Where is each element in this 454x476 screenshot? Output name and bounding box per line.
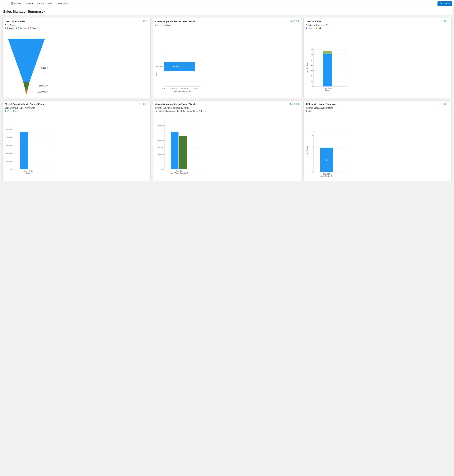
- svg-text:0: 0: [312, 172, 312, 173]
- legend-label: Won: [7, 110, 10, 112]
- export-card-icon[interactable]: [143, 20, 145, 23]
- svg-text:$200,000.00: $200,000.00: [38, 91, 47, 93]
- chart-legend: ◄ Sum (Est. revenue) ($) Sum (Actual Rev…: [155, 110, 299, 112]
- export-card-icon[interactable]: [444, 103, 446, 106]
- card-header: Closed Opportunities in Current Fiscal..…: [155, 103, 299, 106]
- svg-text:200,000.00: 200,000.00: [170, 87, 177, 89]
- chart-area: 0 10 20 30 40 50 60 70 Kenny Smith Owner…: [306, 31, 449, 96]
- refresh-card-icon[interactable]: ↻: [440, 103, 442, 106]
- back-button[interactable]: ←: [2, 2, 7, 6]
- chart-subtitle: Sales Pipeline: [5, 24, 148, 26]
- legend-item: High: [316, 27, 321, 29]
- toolbar: ← Save As + New ▾ ✓ Set As Default ↻ Ref…: [0, 0, 454, 8]
- legend-label: 1-Qualify: [7, 27, 14, 29]
- page-title: Sales Manager Summary: [3, 10, 43, 14]
- refresh-label: Refresh All: [58, 2, 68, 5]
- chart-subtitle: Sales Leaderboard: [155, 24, 299, 26]
- refresh-card-icon[interactable]: ↻: [290, 20, 292, 23]
- chart-subtitle: Deals Won vs. Deals Lost By Owner: [5, 107, 148, 109]
- svg-text:Kenny Smith: Kenny Smith: [155, 65, 163, 67]
- svg-text:400,000.00: 400,000.00: [158, 140, 164, 141]
- card-title: All leads in current fiscal year: [306, 103, 336, 105]
- export-card-icon[interactable]: [293, 20, 295, 23]
- scrollbar[interactable]: [453, 8, 454, 183]
- expand-card-icon[interactable]: [447, 103, 449, 106]
- card-actions: ↻: [440, 103, 449, 106]
- new-chevron-icon: ▾: [32, 3, 33, 5]
- svg-text:2: 2: [326, 159, 327, 161]
- svg-text:Mar 2025: Mar 2025: [323, 173, 330, 175]
- card-actions: ↻: [440, 20, 449, 23]
- chart-subtitle: Incoming Lead Analysis by Month: [306, 107, 449, 109]
- card-actions: ↻: [290, 103, 299, 106]
- legend-dot: [306, 27, 307, 29]
- card-header: Closed Opportunities in Current Fiscal..…: [155, 20, 299, 23]
- svg-text:2: 2: [312, 147, 312, 148]
- svg-text:0.00: 0.00: [162, 87, 165, 89]
- svg-text:20: 20: [311, 75, 312, 77]
- svg-rect-54: [323, 54, 332, 86]
- share-chevron-icon: ▾: [449, 3, 450, 5]
- svg-text:3: 3: [312, 134, 312, 136]
- expand-card-icon[interactable]: [146, 103, 148, 106]
- leads-chart: 0 1 2 3 2 Mar 2025 Month (Created On) Co…: [306, 129, 349, 179]
- svg-rect-77: [29, 169, 36, 169]
- refresh-card-icon[interactable]: ↻: [440, 20, 442, 23]
- legend-item: Sum (Actual Revenue) ($): [181, 110, 203, 112]
- chart-area: 0 1 2 3 2 Mar 2025 Month (Created On) Co…: [306, 113, 449, 179]
- svg-text:CountAll (Lead): CountAll (Lead): [306, 146, 308, 156]
- legend-dot: [306, 110, 307, 112]
- card-header: Open Opportunities ↻: [5, 20, 148, 23]
- svg-text:$200,000.00: $200,000.00: [39, 85, 48, 87]
- svg-text:CountAll (Subject): CountAll (Subject): [306, 62, 308, 74]
- expand-card-icon[interactable]: [447, 20, 449, 23]
- svg-text:60: 60: [311, 54, 312, 55]
- card-title: Open Activities: [306, 20, 321, 23]
- chart-card-open-activities: Open Activities ↻ Activities by Owner an…: [303, 18, 452, 98]
- export-card-icon[interactable]: [444, 20, 446, 23]
- svg-rect-76: [20, 132, 28, 169]
- funnel-chart: $1,102,475.00 $200,000.00 $200,000.00: [5, 37, 48, 96]
- refresh-button[interactable]: ↻ Refresh All: [54, 2, 69, 6]
- legend-item: Sum (Est. revenue) ($): [159, 110, 179, 112]
- card-title: Closed Opportunities in Current Fiscal..…: [5, 103, 46, 105]
- hbar-chart: $468,950.00 Kenny Smith 0.00 200,000.00 …: [155, 49, 202, 96]
- export-card-icon[interactable]: [293, 103, 295, 106]
- chart-area: 0.00 100,000.00 200,000.00 300,000.00 40…: [5, 113, 148, 179]
- legend-label: Sum (Actual Revenue) ($): [183, 110, 203, 112]
- svg-text:$1,102,475.00: $1,102,475.00: [41, 67, 48, 69]
- legend-label: Open: [308, 110, 312, 112]
- svg-text:300,000.00: 300,000.00: [6, 145, 13, 146]
- legend-label: Lost: [15, 110, 18, 112]
- svg-text:50: 50: [311, 59, 312, 61]
- save-icon: [11, 2, 13, 5]
- expand-card-icon[interactable]: [296, 20, 299, 23]
- card-actions: ↻: [139, 20, 148, 23]
- page-title-chevron-icon[interactable]: ▾: [44, 10, 45, 13]
- refresh-icon: ↻: [55, 2, 57, 5]
- chart-card-closed-opps-leaderboard: Closed Opportunities in Current Fiscal..…: [153, 18, 301, 98]
- svg-text:40: 40: [311, 64, 312, 66]
- svg-rect-100: [171, 132, 179, 169]
- refresh-card-icon[interactable]: ↻: [139, 20, 142, 23]
- refresh-card-icon[interactable]: ↻: [139, 103, 142, 106]
- refresh-card-icon[interactable]: ↻: [290, 103, 292, 106]
- legend-prev[interactable]: ◄: [155, 110, 157, 112]
- expand-card-icon[interactable]: [296, 103, 299, 106]
- svg-text:70: 70: [311, 49, 312, 50]
- export-card-icon[interactable]: [143, 103, 145, 106]
- svg-marker-7: [8, 39, 45, 82]
- svg-text:100,000.00: 100,000.00: [158, 161, 164, 163]
- share-button[interactable]: Share ▾: [438, 1, 452, 6]
- save-as-button[interactable]: Save As: [9, 1, 23, 6]
- new-plus-icon: +: [25, 2, 26, 5]
- expand-card-icon[interactable]: [146, 20, 148, 23]
- legend-dot: [28, 27, 29, 29]
- new-button[interactable]: + New ▾: [24, 2, 34, 6]
- legend-next[interactable]: ►: [205, 110, 207, 112]
- svg-text:600,000.00: 600,000.00: [158, 125, 164, 126]
- svg-text:Owner: Owner: [325, 89, 330, 91]
- svg-text:300,000.00: 300,000.00: [158, 147, 164, 148]
- set-default-button[interactable]: ✓ Set As Default: [35, 2, 53, 6]
- svg-text:Owner: Owner: [156, 72, 157, 76]
